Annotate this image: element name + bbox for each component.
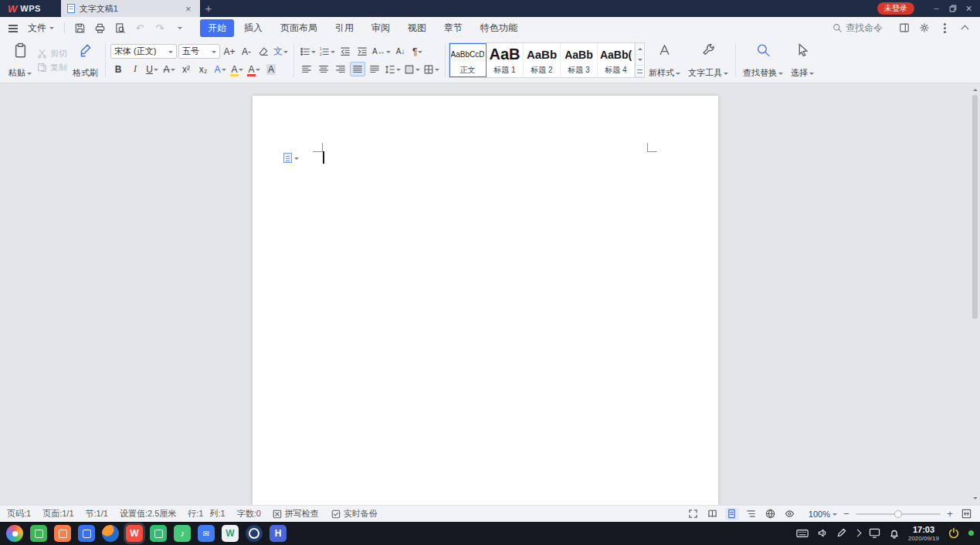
italic-button[interactable]: I [127,62,143,76]
distribute-button[interactable] [367,62,382,76]
paste-button[interactable]: 粘贴 [5,40,36,80]
align-center-button[interactable] [316,62,331,76]
increase-indent-button[interactable] [354,44,370,59]
line-spacing-button[interactable] [384,62,402,76]
save-button[interactable] [70,20,89,36]
font-color-button[interactable]: A [246,62,262,76]
tab-review[interactable]: 审阅 [364,19,398,37]
zoom-slider[interactable] [856,513,941,515]
taskbar-file-manager-icon[interactable] [78,525,95,542]
settings-gear-icon[interactable] [915,20,934,36]
text-scale-button[interactable]: A↔ [371,44,392,59]
maximize-button[interactable] [944,0,961,17]
subscript-button[interactable]: x₂ [195,62,211,76]
read-layout-icon[interactable] [706,508,720,520]
input-method-icon[interactable] [836,528,846,538]
fullscreen-view-icon[interactable] [687,508,700,520]
copy-button[interactable]: 复制 [37,62,67,73]
outline-view-icon[interactable] [744,508,758,520]
taskbar-wps-icon[interactable]: W [126,525,143,542]
fit-page-icon[interactable] [959,508,973,520]
cut-button[interactable]: 剪切 [37,48,67,59]
select-button[interactable]: 选择 [787,40,818,80]
eye-protection-icon[interactable] [783,508,797,520]
login-badge[interactable]: 未登录 [877,2,914,15]
new-tab-button[interactable] [200,0,217,17]
gallery-expand[interactable] [636,66,644,77]
increase-font-button[interactable]: A+ [222,44,237,59]
tab-home[interactable]: 开始 [200,19,234,37]
volume-icon[interactable] [817,528,828,538]
document-tab[interactable]: 文字文稿1 [61,0,200,17]
document-page[interactable] [253,96,718,505]
new-style-button[interactable]: 新样式 [645,40,684,80]
tab-section[interactable]: 章节 [436,19,470,37]
bullets-button[interactable] [299,44,317,59]
sort-button[interactable]: A↓ [393,44,409,59]
find-replace-button[interactable]: 查找替换 [739,40,787,80]
taskbar-green-app-icon[interactable] [30,525,47,542]
underline-button[interactable]: U [144,62,160,76]
zoom-out-button[interactable]: − [842,509,851,519]
justify-button[interactable] [350,62,365,76]
bold-button[interactable]: B [110,62,126,76]
borders-button[interactable] [422,62,440,76]
taskbar-launcher-icon[interactable] [6,525,23,542]
page-view-icon[interactable] [725,508,739,520]
main-menu-icon[interactable] [6,21,20,35]
style-heading-1[interactable]: AaB 标题 1 [487,43,524,77]
file-menu[interactable]: 文件 [23,22,59,35]
show-formatting-marks-button[interactable]: ¶ [410,44,426,59]
tab-references[interactable]: 引用 [327,19,361,37]
zoom-slider-thumb[interactable] [894,510,902,518]
decrease-indent-button[interactable] [337,44,353,59]
tab-page-layout[interactable]: 页面布局 [273,19,325,37]
print-button[interactable] [90,20,109,36]
status-dot-icon[interactable] [968,530,974,536]
style-normal[interactable]: AaBbCcD 正文 [449,43,487,77]
tray-expand-chevron-icon[interactable] [854,530,862,537]
realtime-backup-toggle[interactable]: 实时备份 [331,508,378,520]
close-button[interactable] [961,0,977,17]
power-icon[interactable] [948,527,960,540]
taskbar-appstore-icon[interactable] [54,525,71,542]
gallery-scroll-up[interactable] [636,43,644,55]
superscript-button[interactable]: x² [178,62,194,76]
style-heading-2[interactable]: AaBb 标题 2 [524,43,561,77]
task-pane-button[interactable] [895,20,914,36]
web-view-icon[interactable] [764,508,778,520]
character-shading-button[interactable]: A [263,62,279,76]
command-search[interactable]: 查找命令 [832,22,883,35]
more-options-icon[interactable] [935,20,954,36]
taskbar-media-player-icon[interactable] [150,525,167,542]
wps-logo[interactable]: W WPS [0,3,49,15]
align-left-button[interactable] [299,62,314,76]
format-painter-button[interactable]: 格式刷 [69,40,102,80]
tab-view[interactable]: 视图 [400,19,434,37]
vertical-scrollbar[interactable] [970,83,980,505]
taskbar-control-center-icon[interactable] [246,525,263,542]
font-size-select[interactable]: 五号 [178,44,220,59]
minimize-button[interactable] [928,0,944,17]
spell-check-toggle[interactable]: 拼写检查 [273,508,319,520]
customize-toolbar-button[interactable] [171,20,189,36]
tab-insert[interactable]: 插入 [236,19,270,37]
scrollbar-thumb[interactable] [972,95,978,319]
text-tool-button[interactable]: 文字工具 [684,40,732,80]
print-preview-button[interactable] [110,20,129,36]
highlight-color-button[interactable]: A [229,62,245,76]
taskbar-doc-viewer-icon[interactable]: W [222,525,239,542]
keyboard-icon[interactable] [796,529,809,538]
status-word-count[interactable]: 字数:0 [237,508,261,520]
taskbar-mail-icon[interactable]: ✉ [198,525,215,542]
font-name-select[interactable]: 宋体 (正文) [110,44,177,59]
style-heading-3[interactable]: AaBb 标题 3 [561,43,598,77]
style-heading-4[interactable]: AaBb( 标题 4 [598,43,635,77]
decrease-font-button[interactable]: A- [239,44,254,59]
strikethrough-button[interactable]: A [161,62,177,76]
undo-button[interactable]: ↶ [131,20,149,36]
collapse-ribbon-icon[interactable] [955,20,974,36]
notification-bell-icon[interactable] [889,528,900,539]
redo-button[interactable]: ↷ [151,20,169,36]
scroll-up-arrow[interactable] [973,86,978,91]
